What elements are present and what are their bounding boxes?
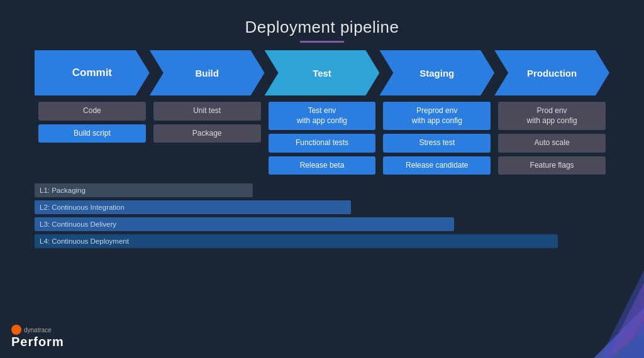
card-package: Package	[153, 124, 261, 143]
level-l2: L2: Continuous Integration	[35, 200, 351, 214]
card-feature-flags: Feature flags	[498, 156, 606, 175]
brand-name: dynatrace	[24, 327, 52, 334]
card-code: Code	[38, 102, 146, 121]
level-l4: L4: Continuous Deployment	[35, 234, 558, 248]
page-title: Deployment pipeline	[0, 18, 644, 37]
card-build-script: Build script	[38, 124, 146, 143]
card-release-candidate: Release candidate	[383, 156, 491, 175]
stage-build: Build	[150, 50, 265, 95]
col-test: Test env with app config Functional test…	[265, 102, 380, 175]
stage-test: Test	[265, 50, 380, 95]
card-test-env: Test env with app config	[269, 102, 376, 130]
svg-marker-3	[600, 270, 644, 358]
card-preprod-env: Preprod env with app config	[383, 102, 491, 130]
level-l1: L1: Packaging	[35, 183, 253, 197]
logo-brand: dynatrace	[11, 325, 52, 335]
card-functional-tests: Functional tests	[269, 134, 376, 153]
stage-staging: Staging	[379, 50, 494, 95]
pipeline-row: Commit Build Test Staging Production	[35, 50, 609, 95]
card-unit-test: Unit test	[153, 102, 261, 121]
corner-decoration	[543, 232, 644, 358]
col-build: Unit test Package	[150, 102, 265, 175]
stage-production: Production	[494, 50, 609, 95]
cards-row: Code Build script Unit test Package Test…	[35, 102, 609, 175]
card-release-beta: Release beta	[269, 156, 376, 175]
card-stress-test: Stress test	[383, 134, 491, 153]
card-auto-scale: Auto scale	[498, 134, 606, 153]
level-l3: L3: Continuous Delivery	[35, 217, 454, 231]
title-underline	[300, 41, 344, 43]
title-section: Deployment pipeline	[0, 0, 644, 43]
col-production: Prod env with app config Auto scale Feat…	[494, 102, 609, 175]
svg-marker-1	[606, 283, 644, 358]
col-commit: Code Build script	[35, 102, 150, 175]
card-prod-env: Prod env with app config	[498, 102, 606, 130]
svg-marker-0	[594, 308, 644, 358]
stage-commit: Commit	[35, 50, 150, 95]
svg-marker-2	[619, 320, 644, 358]
levels-section: L1: Packaging L2: Continuous Integration…	[35, 183, 609, 248]
col-staging: Preprod env with app config Stress test …	[379, 102, 494, 175]
logo-product: Perform	[11, 335, 64, 349]
logo-area: dynatrace Perform	[11, 325, 64, 349]
dynatrace-dot	[11, 325, 21, 335]
